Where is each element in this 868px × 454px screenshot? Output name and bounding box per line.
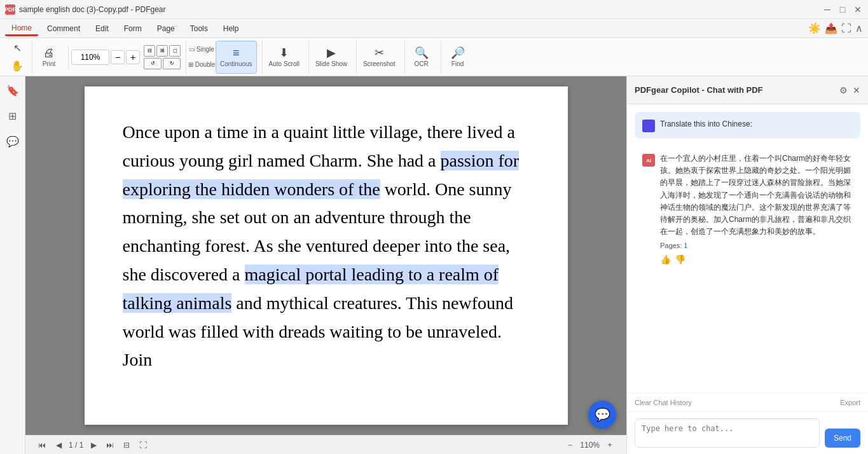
user-message-text: Translate this into Chinese:: [660, 118, 752, 130]
rotate-left-button[interactable]: ↺: [144, 58, 162, 69]
continuous-icon: ≡: [233, 47, 240, 58]
feedback-row: 👍 👎: [660, 254, 853, 265]
send-button[interactable]: Send: [825, 429, 860, 448]
pdf-content: Once upon a time in a quaint little vill…: [123, 118, 530, 375]
close-button[interactable]: ✕: [853, 4, 863, 15]
continuous-view-button[interactable]: ≡ Continuous: [216, 41, 257, 74]
ocr-button[interactable]: 🔍 OCR: [408, 41, 436, 74]
find-group: 🔎 Find: [441, 41, 474, 74]
chat-input-area: Send: [627, 411, 868, 454]
rotate-row: ↺ ↻: [144, 58, 181, 69]
slide-show-group: ▶ Slide Show: [308, 41, 354, 74]
share-icon[interactable]: 📤: [825, 22, 837, 34]
zoom-out-button[interactable]: −: [111, 50, 125, 64]
fit-view-button[interactable]: ⊟: [120, 439, 133, 451]
zoom-input[interactable]: [71, 50, 109, 65]
zoom-group: − + ⊟ ⊞ ◻ ↺ ↻: [68, 45, 183, 69]
view-mode-row1: ⊟ ⊞ ◻: [144, 45, 181, 57]
pan-tool-button[interactable]: ✋: [8, 58, 27, 74]
theme-icon[interactable]: ☀️: [808, 22, 821, 34]
pdf-page: Once upon a time in a quaint little vill…: [85, 86, 568, 425]
menu-home[interactable]: Home: [5, 21, 38, 36]
print-button[interactable]: 🖨 Print: [35, 41, 63, 74]
chat-messages: Translate this into Chinese: AI 在一个宜人的小村…: [627, 104, 868, 393]
user-message-1: Translate this into Chinese:: [635, 112, 860, 139]
sidebar-comment-icon[interactable]: 💬: [4, 132, 22, 150]
select-tool-button[interactable]: ↖: [8, 40, 27, 57]
actual-size-button[interactable]: ◻: [169, 45, 181, 57]
ai-message-content: 在一个宜人的小村庄里，住着一个叫Charm的好奇年轻女孩。她热衷于探索世界上隐藏…: [660, 153, 853, 265]
pdf-viewer: Once upon a time in a quaint little vill…: [25, 76, 626, 454]
main-toolbar: ↖ ✋ 🖨 Print − + ⊟ ⊞ ◻ ↺ ↻: [0, 38, 868, 76]
find-button[interactable]: 🔎 Find: [444, 41, 472, 74]
zoom-bottom-value: 110%: [580, 441, 600, 450]
screenshot-button[interactable]: ✂ Screenshot: [359, 41, 399, 74]
double-view-button[interactable]: ⊞ Double: [189, 58, 214, 72]
pages-reference: Pages: 1: [660, 242, 853, 249]
chat-input[interactable]: [635, 418, 820, 448]
last-page-button[interactable]: ⏭: [104, 439, 116, 451]
zoom-out-bottom-button[interactable]: −: [563, 439, 576, 451]
screenshot-icon: ✂: [375, 47, 384, 58]
fit-width-button[interactable]: ⊟: [144, 45, 155, 57]
chat-close-icon[interactable]: ✕: [853, 85, 860, 95]
chat-settings-icon[interactable]: ⚙: [839, 85, 848, 95]
next-page-button[interactable]: ▶: [87, 439, 100, 451]
zoom-in-bottom-button[interactable]: +: [603, 439, 616, 451]
zoom-controls: − +: [71, 50, 140, 65]
ocr-group: 🔍 OCR: [404, 41, 438, 74]
print-icon: 🖨: [43, 47, 55, 58]
fullscreen-button[interactable]: ⛶: [137, 439, 149, 451]
ai-avatar: AI: [642, 154, 655, 167]
export-button[interactable]: Export: [840, 399, 860, 406]
menu-help[interactable]: Help: [217, 22, 245, 36]
menu-form[interactable]: Form: [118, 22, 148, 36]
page-navigation: ⏮ ◀ 1 / 1 ▶ ⏭ ⊟ ⛶: [36, 439, 149, 451]
clear-history-button[interactable]: Clear Chat History: [635, 399, 692, 406]
sidebar-bookmark-icon[interactable]: 🔖: [4, 81, 22, 99]
print-group: 🖨 Print: [32, 41, 65, 74]
find-icon: 🔎: [451, 47, 465, 58]
chat-title: PDFgear Copilot - Chat with PDF: [635, 85, 763, 95]
slide-show-button[interactable]: ▶ Slide Show: [312, 41, 351, 74]
copilot-floating-button[interactable]: 💬: [588, 401, 616, 429]
ocr-icon: 🔍: [415, 47, 429, 58]
highlighted-text-2: magical portal leading to a realm of tal…: [123, 265, 499, 313]
menu-tools[interactable]: Tools: [184, 22, 214, 36]
minimize-button[interactable]: ─: [822, 4, 832, 15]
thumbs-down-button[interactable]: 👎: [675, 254, 685, 265]
menu-page[interactable]: Page: [151, 22, 181, 36]
sidebar-pages-icon[interactable]: ⊞: [4, 107, 22, 125]
copilot-icon: 💬: [595, 407, 610, 422]
auto-scroll-icon: ⬇: [279, 47, 289, 58]
first-page-button[interactable]: ⏮: [36, 439, 48, 451]
auto-scroll-button[interactable]: ⬇ Auto Scroll: [265, 41, 303, 74]
chat-header: PDFgear Copilot - Chat with PDF ⚙ ✕: [627, 76, 868, 104]
maximize-button[interactable]: □: [837, 4, 848, 15]
screenshot-group: ✂ Screenshot: [356, 41, 402, 74]
menu-comment[interactable]: Comment: [41, 22, 86, 36]
chat-header-actions: ⚙ ✕: [839, 85, 860, 95]
page-link[interactable]: 1: [684, 242, 687, 249]
thumbs-up-button[interactable]: 👍: [660, 254, 671, 265]
rotate-right-button[interactable]: ↻: [163, 58, 181, 69]
prev-page-button[interactable]: ◀: [52, 439, 65, 451]
view-mode-group: ▭ Single ⊞ Double ≡ Continuous: [186, 41, 259, 74]
expand-icon[interactable]: ⛶: [841, 23, 851, 34]
double-icon: ⊞: [188, 61, 193, 68]
slide-show-icon: ▶: [327, 47, 336, 58]
titlebar: PDF sample english doc (3)-Copy.pdf - PD…: [0, 0, 868, 19]
single-view-button[interactable]: ▭ Single: [189, 43, 214, 57]
collapse-icon[interactable]: ∧: [855, 22, 863, 34]
fit-page-button[interactable]: ⊞: [156, 45, 168, 57]
zoom-bottom-controls: − 110% +: [563, 439, 616, 451]
page-indicator: 1 / 1: [69, 441, 83, 450]
auto-scroll-group: ⬇ Auto Scroll: [262, 41, 306, 74]
zoom-in-button[interactable]: +: [126, 50, 140, 64]
user-avatar: [642, 120, 655, 132]
single-icon: ▭: [189, 46, 195, 53]
titlebar-left: PDF sample english doc (3)-Copy.pdf - PD…: [5, 4, 166, 15]
window-title: sample english doc (3)-Copy.pdf - PDFgea…: [19, 5, 166, 14]
menu-edit[interactable]: Edit: [89, 22, 115, 36]
ai-message-text: 在一个宜人的小村庄里，住着一个叫Charm的好奇年轻女孩。她热衷于探索世界上隐藏…: [660, 154, 851, 236]
